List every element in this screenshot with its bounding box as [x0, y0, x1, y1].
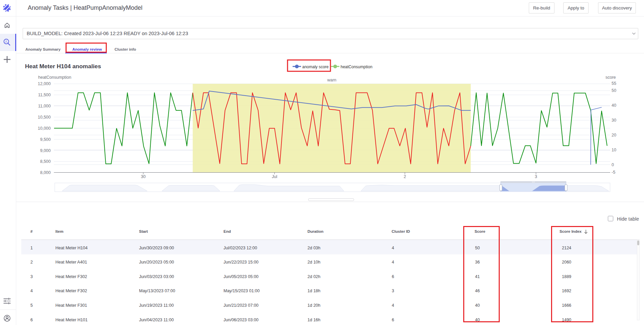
- svg-text:heatConsumption: heatConsumption: [341, 65, 372, 69]
- svg-text:40: 40: [612, 103, 616, 108]
- svg-text:-5: -5: [612, 170, 615, 175]
- svg-text:11,000: 11,000: [38, 104, 51, 108]
- svg-text:12,000: 12,000: [38, 81, 51, 86]
- svg-text:0: 0: [612, 162, 614, 167]
- svg-text:30: 30: [141, 174, 146, 179]
- svg-text:10,500: 10,500: [38, 115, 51, 120]
- svg-text:heatConsumption: heatConsumption: [38, 75, 71, 80]
- svg-text:10,000: 10,000: [38, 126, 51, 131]
- svg-text:55: 55: [612, 81, 616, 86]
- svg-text:20: 20: [612, 133, 616, 138]
- svg-text:anomaly score: anomaly score: [302, 65, 329, 69]
- svg-text:11,500: 11,500: [38, 93, 51, 97]
- svg-text:score: score: [605, 75, 616, 80]
- svg-text:8,000: 8,000: [40, 170, 51, 175]
- svg-text:30: 30: [612, 118, 616, 123]
- svg-text:50: 50: [612, 88, 616, 93]
- svg-text:warn: warn: [327, 78, 336, 82]
- svg-text:3: 3: [535, 174, 537, 179]
- svg-text:2: 2: [404, 174, 406, 179]
- svg-text:10: 10: [612, 148, 616, 152]
- svg-text:Jul: Jul: [272, 174, 277, 179]
- svg-text:9,500: 9,500: [40, 137, 51, 142]
- svg-text:9,000: 9,000: [40, 148, 51, 153]
- svg-text:8,500: 8,500: [40, 159, 51, 164]
